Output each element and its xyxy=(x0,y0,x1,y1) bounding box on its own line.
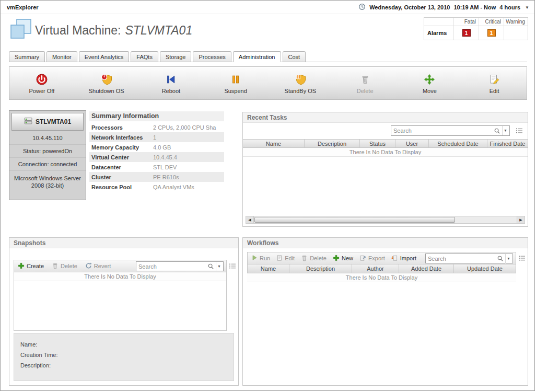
edit-label: Edit xyxy=(285,255,295,261)
move-icon xyxy=(424,73,435,86)
power-off-button[interactable]: Power Off xyxy=(9,67,74,99)
suspend-icon xyxy=(230,73,241,86)
tab-administration[interactable]: Administration xyxy=(233,51,281,62)
export-workflow-button[interactable]: Export xyxy=(359,255,385,262)
clock-icon xyxy=(358,3,366,11)
col-finished-date[interactable]: Finished Date xyxy=(487,140,528,147)
run-workflow-button[interactable]: Run xyxy=(251,255,270,262)
revert-label: Revert xyxy=(94,263,111,269)
alarms-header-spacer xyxy=(424,18,453,26)
recent-tasks-search-row: ▼ xyxy=(243,123,528,139)
vm-card-status: Status: poweredOn xyxy=(9,144,86,157)
column-chooser-icon[interactable] xyxy=(229,262,236,272)
snapshot-name-label: Name: xyxy=(20,339,227,350)
search-icon[interactable] xyxy=(492,128,502,134)
import-icon xyxy=(391,255,398,262)
delete-button[interactable]: Delete xyxy=(333,67,398,99)
tab-faqts[interactable]: FAQts xyxy=(131,51,158,62)
edit-button[interactable]: Edit xyxy=(462,67,527,99)
summary-label: Network Interfaces xyxy=(89,134,153,141)
tab-summary[interactable]: Summary xyxy=(9,51,45,62)
scroll-left-arrow[interactable]: ◀ xyxy=(246,216,254,223)
revert-snapshot-button[interactable]: Revert xyxy=(85,262,111,270)
suspend-button[interactable]: Suspend xyxy=(203,67,268,99)
search-icon[interactable] xyxy=(206,263,216,270)
vm-card-connection: Connection: connected xyxy=(9,157,86,170)
recent-tasks-search-input[interactable] xyxy=(391,128,492,134)
snapshots-table: There Is No Data To Display xyxy=(14,272,227,331)
delete-snapshot-button[interactable]: Delete xyxy=(52,262,77,270)
search-options-caret-icon[interactable]: ▼ xyxy=(505,254,512,263)
timebar-caret-icon[interactable]: ▼ xyxy=(525,5,529,10)
tab-event-analytics[interactable]: Event Analytics xyxy=(79,51,130,62)
edit-icon xyxy=(488,73,500,86)
alarms-warning-cell xyxy=(504,26,528,40)
critical-count-badge[interactable]: 1 xyxy=(487,29,496,37)
new-workflow-button[interactable]: New xyxy=(333,255,353,262)
alarms-fatal-cell: 1 xyxy=(453,26,479,40)
search-options-caret-icon[interactable]: ▼ xyxy=(502,126,509,135)
recent-tasks-panel: Recent Tasks ▼ Name Description Status U… xyxy=(242,112,528,227)
summary-title: Summary Information xyxy=(89,111,224,121)
col-added-date[interactable]: Added Date xyxy=(399,264,454,273)
shutdown-os-button[interactable]: Shutdown OS xyxy=(74,67,139,99)
col-author[interactable]: Author xyxy=(352,264,399,273)
workflows-search-input[interactable] xyxy=(426,256,495,262)
summary-value: 4.0 GB xyxy=(153,144,171,151)
workflows-panel: Workflows Run Edit Delete xyxy=(242,237,528,386)
snapshots-panel: Snapshots Create Delete Revert xyxy=(9,237,239,386)
standby-os-label: StandBy OS xyxy=(285,88,317,94)
create-snapshot-button[interactable]: Create xyxy=(18,262,44,270)
alarms-col-critical: Critical xyxy=(479,18,504,26)
snapshots-toolbar: Create Delete Revert ▼ xyxy=(14,260,227,272)
standby-os-button[interactable]: StandBy OS xyxy=(268,67,333,99)
import-workflow-button[interactable]: Import xyxy=(391,255,416,262)
alarms-critical-cell: 1 xyxy=(479,26,504,40)
scrollbar-thumb[interactable] xyxy=(254,217,455,223)
reboot-icon xyxy=(165,73,177,86)
snapshots-searchbox: ▼ xyxy=(136,261,224,271)
vm-card-header: STLVMTA01 xyxy=(11,113,84,131)
tab-storage[interactable]: Storage xyxy=(160,51,192,62)
summary-label: Virtual Center xyxy=(89,154,153,160)
snapshot-details: Name: Creation Time: Description: xyxy=(14,333,234,381)
delete-workflow-button[interactable]: Delete xyxy=(301,255,327,262)
col-description[interactable]: Description xyxy=(289,264,352,273)
column-chooser-icon[interactable] xyxy=(518,255,526,264)
standby-os-icon xyxy=(294,73,307,86)
col-user[interactable]: User xyxy=(395,140,429,147)
timebar-duration: 4 hours xyxy=(499,4,520,10)
page-title-vm-name: STLVMTA01 xyxy=(125,24,193,37)
server-icon xyxy=(24,117,32,126)
scrollbar-track[interactable] xyxy=(455,216,517,223)
edit-workflow-button[interactable]: Edit xyxy=(276,255,295,262)
vmexplorer-window: vmExplorer Wednesday, October 13, 2010 1… xyxy=(0,0,535,391)
col-scheduled-date[interactable]: Scheduled Date xyxy=(429,140,487,147)
scroll-right-arrow[interactable]: ▶ xyxy=(517,216,525,223)
summary-row-resource-pool: Resource Pool QA Analyst VMs xyxy=(89,182,224,192)
summary-label: Datacenter xyxy=(89,164,153,170)
reboot-button[interactable]: Reboot xyxy=(139,67,204,99)
tab-cost[interactable]: Cost xyxy=(283,51,306,62)
summary-row-virtual-center: Virtual Center 10.4.45.4 xyxy=(89,152,224,162)
summary-row-cluster: Cluster PE R610s xyxy=(89,172,224,182)
workflows-empty-message: There Is No Data To Display xyxy=(247,273,516,282)
snapshots-search-input[interactable] xyxy=(136,263,206,270)
tab-bar: Summary Monitor Event Analytics FAQts St… xyxy=(9,51,527,62)
tab-monitor[interactable]: Monitor xyxy=(46,51,77,62)
tab-processes[interactable]: Processes xyxy=(193,51,231,62)
col-name[interactable]: Name xyxy=(248,264,289,273)
search-options-caret-icon[interactable]: ▼ xyxy=(216,262,223,271)
fatal-count-badge[interactable]: 1 xyxy=(462,29,471,37)
time-range-selector[interactable]: Wednesday, October 13, 2010 10:19 AM - N… xyxy=(358,3,529,11)
col-updated-date[interactable]: Updated Date xyxy=(454,264,516,273)
move-button[interactable]: Move xyxy=(398,67,462,99)
column-chooser-icon[interactable] xyxy=(516,127,523,136)
col-description[interactable]: Description xyxy=(305,140,360,147)
edit-page-icon xyxy=(276,255,283,262)
col-name[interactable]: Name xyxy=(243,140,305,147)
search-icon[interactable] xyxy=(495,255,505,262)
col-status[interactable]: Status xyxy=(360,140,395,147)
summary-row-memory-capacity: Memory Capacity 4.0 GB xyxy=(89,142,224,152)
power-off-icon xyxy=(36,73,48,86)
